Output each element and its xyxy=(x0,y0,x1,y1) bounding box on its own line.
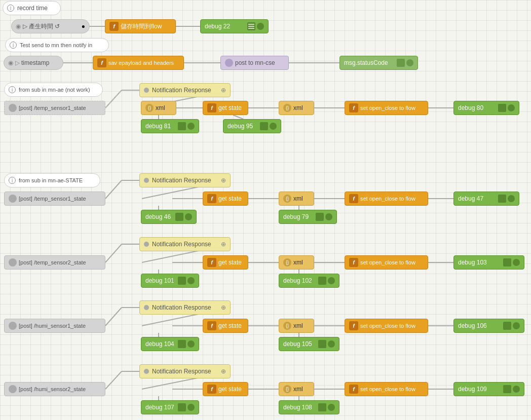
list-icon-95 xyxy=(260,122,268,130)
debug-79[interactable]: debug 79 xyxy=(279,210,337,224)
debug-107[interactable]: debug 107 xyxy=(141,400,199,414)
fn-sav-epayload[interactable]: f sav epayload and headers xyxy=(93,56,184,70)
notif-port-3 xyxy=(144,242,149,247)
fn-open-close-h2[interactable]: f set open_close to flow xyxy=(345,382,428,396)
http-in-icon-h1 xyxy=(9,322,17,330)
svg-line-22 xyxy=(105,180,122,199)
fn-store-time[interactable]: f 儲存時間到flow xyxy=(105,19,176,33)
svg-line-12 xyxy=(233,115,243,119)
comment-icon-2: i xyxy=(10,42,17,49)
list-icon-46 xyxy=(175,213,183,221)
notif-icon-5: ⊕ xyxy=(221,368,226,375)
fn-icon-4: f xyxy=(349,103,358,112)
fn-open-close-2[interactable]: f set open_close to flow xyxy=(345,255,428,270)
fn-open-close-1b[interactable]: f set open_close to flow xyxy=(345,192,428,206)
notif-icon-4: ⊕ xyxy=(221,304,226,311)
notif-icon-1: ⊕ xyxy=(221,87,226,94)
comment-icon-3: i xyxy=(9,86,16,93)
notification-response-3[interactable]: Notification Response ⊕ xyxy=(139,237,231,251)
list-icon-101 xyxy=(178,277,186,285)
debug-22[interactable]: debug 22 xyxy=(200,19,269,33)
xml-icon-h1: {} xyxy=(283,322,291,330)
list-icon-103 xyxy=(503,258,511,266)
circle-status xyxy=(406,59,413,66)
fn-icon-9: f xyxy=(207,321,216,330)
circle-104 xyxy=(187,340,195,348)
fn-icon-3: f xyxy=(207,103,216,112)
list-icon-81 xyxy=(178,122,186,130)
fn-get-state-1b[interactable]: f get state xyxy=(203,192,248,206)
list-icon xyxy=(247,22,255,30)
xml-1a[interactable]: {} xml xyxy=(141,101,176,115)
post-temp-sensor1-state-b[interactable]: [post] /temp_sensor1_state xyxy=(4,192,105,206)
debug-103[interactable]: debug 103 xyxy=(453,255,524,270)
post-humi-sensor1-state[interactable]: [post] /humi_sensor1_state xyxy=(4,319,105,333)
circle-101 xyxy=(187,277,195,284)
svg-line-13 xyxy=(105,90,122,108)
debug-104[interactable]: debug 104 xyxy=(141,337,199,351)
post-temp-sensor1-state-a: [post] /temp_sensor1_state xyxy=(4,101,105,115)
xml-h2[interactable]: {} xml xyxy=(279,382,314,396)
debug-101[interactable]: debug 101 xyxy=(141,274,199,288)
xml-1b[interactable]: {} xml xyxy=(279,192,314,206)
debug-108[interactable]: debug 108 xyxy=(279,400,339,414)
debug-109[interactable]: debug 109 xyxy=(453,382,524,396)
list-icon-status xyxy=(397,59,405,67)
fn-get-state-1a[interactable]: f get state xyxy=(203,101,248,115)
list-icon-102 xyxy=(318,277,326,285)
fn-get-state-h2[interactable]: f get state xyxy=(203,382,248,396)
arrow-icon: ▷ xyxy=(23,23,27,30)
list-icon-106 xyxy=(503,322,511,330)
xml-icon-2a: {} xyxy=(283,104,291,112)
notification-response-1[interactable]: Notification Response ⊕ xyxy=(139,83,231,97)
fn-get-state-h1[interactable]: f get state xyxy=(203,319,248,333)
debug-80[interactable]: debug 80 xyxy=(453,101,519,115)
fn-open-close-h1[interactable]: f set open_close to flow xyxy=(345,319,428,333)
notification-response-4[interactable]: Notification Response ⊕ xyxy=(139,300,231,315)
comment-test-send: i Test send to mn then notify in xyxy=(5,38,109,52)
notif-icon-2: ⊕ xyxy=(221,177,226,184)
http-icon xyxy=(225,59,233,67)
debug-102[interactable]: debug 102 xyxy=(279,274,339,288)
inject-timestamp[interactable]: ◉ ▷ timestamp xyxy=(4,56,63,70)
debug-105[interactable]: debug 105 xyxy=(279,337,339,351)
debug-95[interactable]: debug 95 xyxy=(223,119,281,133)
http-in-icon-2 xyxy=(9,258,17,266)
post-temp-sensor2-state[interactable]: [post] /temp_sensor2_state xyxy=(4,255,105,270)
xml-2a[interactable]: {} xml xyxy=(279,101,314,115)
debug-106[interactable]: debug 106 xyxy=(453,319,524,333)
fn-icon-12: f xyxy=(349,385,358,394)
http-post-mn[interactable]: post to mn-cse xyxy=(220,56,289,70)
fn-icon-7: f xyxy=(207,258,216,267)
circle-47 xyxy=(508,195,515,202)
xml-h1[interactable]: {} xml xyxy=(279,319,314,333)
notification-response-5[interactable]: Notification Response ⊕ xyxy=(139,364,231,378)
debug-81[interactable]: debug 81 xyxy=(141,119,199,133)
circle-80 xyxy=(508,104,515,111)
notification-response-2[interactable]: Notification Response ⊕ xyxy=(139,173,231,187)
fn-open-close-1a[interactable]: f set open_close to flow xyxy=(345,101,428,115)
circle-46 xyxy=(185,213,192,220)
xml-icon-1a: {} xyxy=(145,104,154,112)
list-icon-108 xyxy=(318,403,326,411)
list-icon-47 xyxy=(498,195,506,203)
circle-103 xyxy=(513,259,520,266)
circle-108 xyxy=(328,404,335,411)
arrow-icon-2: ▷ xyxy=(15,59,20,66)
msg-status-code[interactable]: msg.statusCode xyxy=(339,56,418,70)
xml-2b[interactable]: {} xml xyxy=(279,255,314,270)
inject-icon: ◉ xyxy=(16,23,21,30)
fn-get-state-2[interactable]: f get state xyxy=(203,255,248,270)
notif-port-2 xyxy=(144,178,149,183)
port-right: ● xyxy=(82,23,85,30)
xml-icon-1b: {} xyxy=(283,195,291,203)
post-humi-sensor2-state[interactable]: [post] /humi_sensor2_state xyxy=(4,382,105,396)
http-in-icon-h2 xyxy=(9,385,17,393)
xml-icon-2b: {} xyxy=(283,258,291,266)
inject-generate-time[interactable]: ◉ ▷ 產生時間 ↺ ● xyxy=(11,19,90,33)
debug-46[interactable]: debug 46 xyxy=(141,210,197,224)
comment-icon-4: i xyxy=(9,177,16,184)
circle-79 xyxy=(325,213,332,220)
circle-107 xyxy=(187,404,195,411)
debug-47[interactable]: debug 47 xyxy=(453,192,519,206)
